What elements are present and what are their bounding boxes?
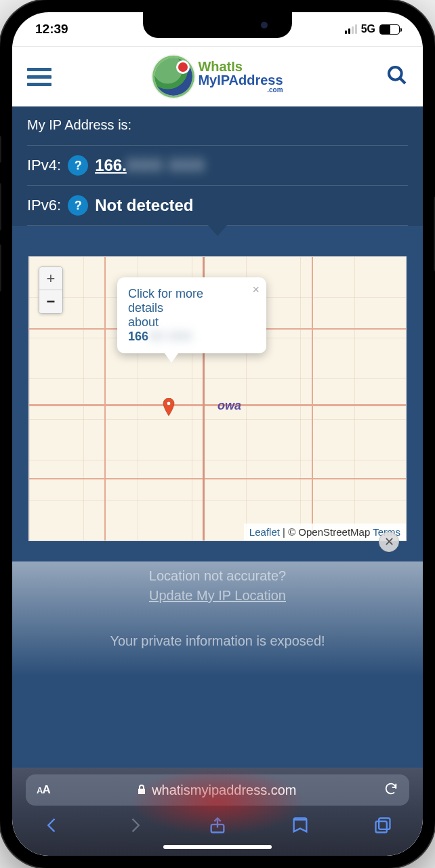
- ipv6-value: Not detected: [95, 196, 193, 215]
- back-button[interactable]: [42, 815, 62, 835]
- leaflet-link[interactable]: Leaflet: [249, 526, 280, 538]
- battery-icon: [379, 24, 400, 35]
- popup-line1: Click for more: [128, 287, 255, 301]
- share-button[interactable]: [207, 815, 228, 835]
- ipv6-help-button[interactable]: ?: [68, 195, 88, 216]
- popup-close-button[interactable]: ×: [252, 283, 260, 297]
- url-bar[interactable]: AA whatismyipaddress.com: [26, 774, 409, 806]
- ipv6-row: IPv6: ? Not detected: [27, 185, 408, 226]
- popup-ip: 166XX XXX: [128, 330, 255, 344]
- section-arrow-icon: [208, 225, 227, 236]
- location-question: Location not accurate?: [26, 568, 409, 584]
- home-indicator[interactable]: [163, 845, 272, 849]
- network-label: 5G: [361, 23, 375, 35]
- search-button[interactable]: [386, 64, 408, 89]
- forward-button[interactable]: [125, 815, 145, 835]
- signal-icon: [345, 24, 357, 34]
- zoom-out-button[interactable]: −: [39, 290, 62, 313]
- below-map-section: Location not accurate? Update My IP Loca…: [12, 561, 423, 676]
- logo-line1: WhatIs: [198, 59, 243, 74]
- ip-heading: My IP Address is:: [27, 117, 408, 133]
- zoom-in-button[interactable]: +: [39, 267, 62, 290]
- svg-rect-5: [376, 821, 387, 832]
- page-content: WhatIs MyIPAddress .com My IP Address is…: [12, 46, 423, 768]
- device-frame: 12:39 5G WhatIs MyIPAddress .com: [0, 0, 435, 868]
- lock-icon: [137, 783, 146, 798]
- zoom-controls: + −: [39, 267, 63, 314]
- silence-switch[interactable]: [0, 136, 1, 163]
- svg-line-1: [400, 78, 405, 83]
- tabs-button[interactable]: [373, 815, 393, 835]
- reload-button[interactable]: [384, 781, 398, 799]
- svg-point-0: [389, 67, 402, 80]
- page-body: My IP Address is: IPv4: ? 166.XXX XXX IP…: [12, 106, 423, 768]
- logo-line3: .com: [198, 87, 283, 94]
- map-pin-icon[interactable]: [163, 398, 175, 416]
- svg-point-2: [167, 401, 171, 406]
- update-location-link[interactable]: Update My IP Location: [26, 588, 409, 604]
- privacy-warning: Your private information is exposed!: [26, 633, 409, 649]
- screen: 12:39 5G WhatIs MyIPAddress .com: [12, 12, 423, 856]
- notch: [143, 12, 292, 38]
- url-text: whatismyipaddress.com: [152, 783, 296, 798]
- search-icon: [386, 64, 408, 86]
- map-popup[interactable]: × Click for more details about 166XX XXX: [117, 277, 266, 353]
- volume-down-button[interactable]: [0, 244, 1, 292]
- site-logo[interactable]: WhatIs MyIPAddress .com: [154, 58, 283, 96]
- ipv6-label: IPv6:: [27, 197, 61, 214]
- logo-line2: MyIPAddress: [198, 73, 283, 87]
- volume-up-button[interactable]: [0, 183, 1, 231]
- status-time: 12:39: [35, 22, 68, 37]
- safari-toolbar: [26, 806, 409, 835]
- map[interactable]: owa + − × Click for more details about: [28, 256, 407, 541]
- ipv4-row: IPv4: ? 166.XXX XXX: [27, 145, 408, 185]
- ipv4-label: IPv4:: [27, 157, 61, 174]
- menu-button[interactable]: [27, 68, 51, 86]
- site-header: WhatIs MyIPAddress .com: [12, 47, 423, 106]
- globe-icon: [154, 58, 192, 96]
- bookmarks-button[interactable]: [290, 815, 310, 835]
- safari-chrome: AA whatismyipaddress.com: [12, 768, 423, 856]
- ad-close-button[interactable]: ✕: [379, 532, 399, 552]
- ipv4-value[interactable]: 166.XXX XXX: [95, 156, 205, 175]
- ipv4-help-button[interactable]: ?: [68, 155, 88, 176]
- map-state-label: owa: [218, 399, 241, 413]
- front-camera: [261, 22, 268, 28]
- text-size-button[interactable]: AA: [37, 783, 50, 797]
- ip-section: My IP Address is: IPv4: ? 166.XXX XXX IP…: [12, 106, 423, 226]
- svg-rect-4: [379, 818, 390, 829]
- popup-line3: about: [128, 315, 255, 330]
- popup-line2: details: [128, 301, 255, 315]
